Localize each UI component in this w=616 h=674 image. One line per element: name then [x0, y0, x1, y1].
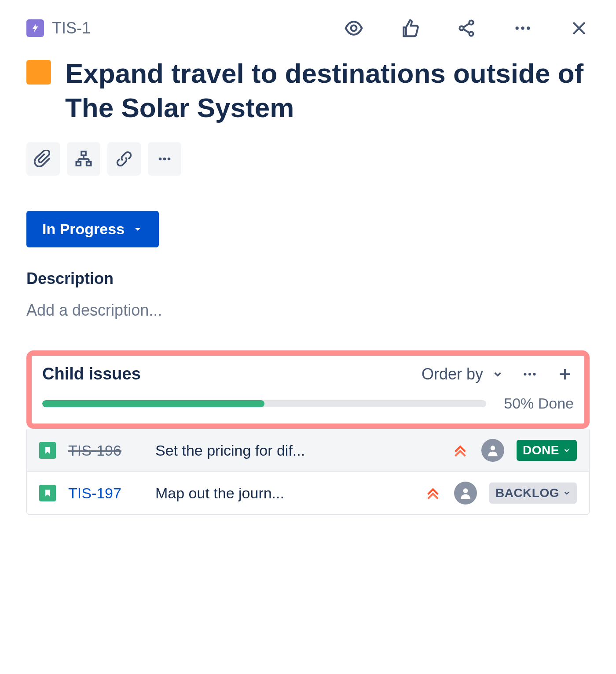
- child-issues-section: Child issues Order by: [26, 350, 590, 515]
- child-issues-list: TIS-196Set the pricing for dif...DONETIS…: [26, 429, 590, 515]
- svg-point-27: [463, 488, 468, 493]
- progress-label: 50% Done: [504, 395, 574, 412]
- issue-key[interactable]: TIS-1: [52, 19, 91, 37]
- watch-icon[interactable]: [343, 18, 364, 39]
- svg-point-20: [168, 158, 171, 161]
- svg-rect-11: [81, 151, 86, 155]
- thumbs-up-icon[interactable]: [400, 18, 421, 39]
- svg-point-19: [163, 158, 166, 161]
- child-issue-row[interactable]: TIS-196Set the pricing for dif...DONE: [27, 429, 589, 471]
- header-actions: [343, 18, 590, 39]
- more-toolbar-button[interactable]: [148, 142, 181, 176]
- child-status-badge[interactable]: BACKLOG: [489, 482, 577, 504]
- svg-point-22: [528, 373, 531, 376]
- svg-rect-16: [76, 162, 81, 166]
- add-child-issue-icon[interactable]: [556, 365, 574, 383]
- svg-line-5: [463, 29, 470, 33]
- chevron-down-icon: [492, 368, 503, 380]
- issue-toolbar: [26, 142, 590, 176]
- priority-highest-icon: [424, 486, 442, 501]
- assignee-avatar[interactable]: [481, 439, 504, 462]
- progress-bar: [42, 400, 486, 407]
- child-issue-summary[interactable]: Map out the journ...: [155, 485, 412, 502]
- close-icon[interactable]: [568, 18, 590, 39]
- priority-highest-icon: [451, 443, 469, 458]
- description-input[interactable]: Add a description...: [26, 301, 590, 320]
- child-progress: 50% Done: [42, 395, 574, 412]
- share-icon[interactable]: [456, 18, 477, 39]
- child-issue-key[interactable]: TIS-196: [68, 442, 143, 459]
- story-type-icon: [39, 485, 56, 501]
- add-child-button[interactable]: [67, 142, 100, 176]
- status-label: In Progress: [42, 221, 125, 238]
- svg-point-7: [521, 26, 524, 29]
- child-issues-title: Child issues: [42, 365, 141, 383]
- child-issue-row[interactable]: TIS-197Map out the journ...BACKLOG: [27, 471, 589, 514]
- svg-point-6: [516, 26, 519, 29]
- progress-fill: [42, 400, 264, 407]
- assignee-avatar[interactable]: [454, 482, 477, 505]
- child-issue-summary[interactable]: Set the pricing for dif...: [155, 442, 439, 459]
- issue-header: TIS-1: [26, 18, 590, 39]
- status-section: In Progress: [26, 211, 590, 247]
- attach-button[interactable]: [26, 142, 60, 176]
- svg-point-8: [527, 26, 530, 29]
- issue-title[interactable]: Expand travel to destinations outside of…: [65, 56, 590, 125]
- order-by-dropdown[interactable]: Order by: [422, 365, 503, 383]
- order-by-label: Order by: [422, 365, 483, 383]
- svg-point-0: [351, 26, 357, 31]
- child-issue-key[interactable]: TIS-197: [68, 485, 143, 502]
- child-more-icon[interactable]: [521, 365, 539, 383]
- chevron-down-icon: [132, 224, 143, 235]
- child-status-badge[interactable]: DONE: [517, 440, 577, 461]
- link-button[interactable]: [107, 142, 141, 176]
- svg-point-18: [159, 158, 162, 161]
- issue-title-row: Expand travel to destinations outside of…: [26, 56, 590, 125]
- status-dropdown[interactable]: In Progress: [26, 211, 159, 247]
- child-issues-header: Child issues Order by: [26, 350, 590, 429]
- svg-line-4: [463, 23, 470, 27]
- epic-type-icon: [26, 19, 44, 37]
- svg-point-21: [524, 373, 527, 376]
- more-actions-icon[interactable]: [512, 18, 533, 39]
- description-label: Description: [26, 269, 590, 288]
- svg-point-23: [533, 373, 536, 376]
- breadcrumb[interactable]: TIS-1: [26, 19, 91, 37]
- svg-point-26: [491, 446, 495, 450]
- svg-rect-17: [87, 162, 91, 166]
- story-type-icon: [39, 442, 56, 459]
- epic-color-swatch: [26, 60, 51, 85]
